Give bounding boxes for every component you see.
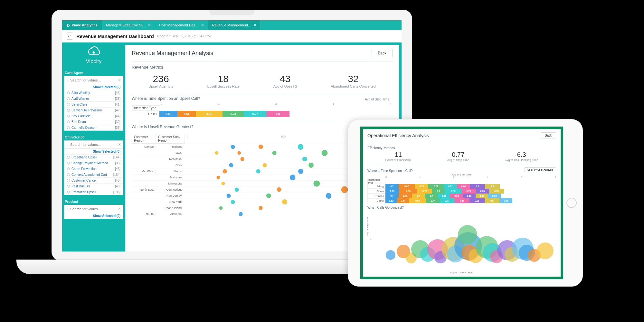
undo-button[interactable]: ↶ [66, 33, 73, 40]
bar-segment[interactable]: 0.68 [450, 194, 463, 198]
facet-item[interactable]: Benvenuto Trevisano[42] [64, 107, 123, 113]
close-icon[interactable]: ✕ [148, 23, 151, 27]
bar-segment[interactable]: 0.7 [432, 189, 445, 194]
bubble-dot[interactable] [302, 157, 307, 161]
facet-item[interactable]: Broadband Upsell[144] [64, 154, 123, 160]
facet-item[interactable]: Alita Westley[46] [64, 90, 123, 96]
bubble-dot[interactable] [341, 186, 348, 193]
bubble-dot[interactable] [219, 206, 223, 210]
bubble-dot[interactable] [282, 199, 287, 204]
clear-icon[interactable]: ✕ [118, 78, 121, 82]
bar-segment[interactable]: 0.81 [454, 198, 469, 203]
bar-segment[interactable]: 0.87 [399, 184, 415, 189]
facet-item[interactable]: Change Payment Method[33] [64, 160, 123, 166]
facet-item[interactable]: Convert Abandoned Cart[184] [64, 172, 123, 177]
close-icon[interactable]: ✕ [201, 23, 204, 27]
bubble-dot[interactable] [308, 163, 314, 168]
bar-segment[interactable]: 0.82 [428, 184, 444, 189]
tablet-home-button[interactable] [566, 198, 577, 208]
bar-segment[interactable]: 0.68 [457, 184, 470, 189]
bubble-dot[interactable] [240, 157, 244, 161]
bubble-dot[interactable] [266, 194, 271, 198]
click-by-click-button[interactable]: Click-by-Click Analysis [525, 167, 556, 172]
bubble-dot[interactable] [256, 169, 260, 174]
bar-segment[interactable]: 0.67 [476, 194, 488, 198]
bar-segment[interactable]: 0.68 [488, 194, 501, 198]
bar-segment[interactable]: 0.73 [415, 184, 428, 189]
bar-segment[interactable]: 0.68 [463, 194, 476, 198]
bubble-dot[interactable] [215, 151, 219, 155]
bubble-dot[interactable] [231, 145, 235, 149]
bar-segment[interactable]: 0.8 [485, 184, 500, 189]
facet-item[interactable]: Bob Dean[39] [64, 119, 123, 125]
bubble-dot[interactable] [326, 193, 332, 199]
facet-item[interactable]: Customer Cancel[40] [64, 177, 123, 183]
app-brand[interactable]: ◐ Wave Analytics [62, 20, 102, 30]
bubble-dot[interactable] [223, 169, 227, 174]
bubble-dot[interactable] [237, 151, 241, 155]
bubble-dot[interactable] [290, 175, 296, 180]
bubble-dot[interactable] [227, 194, 231, 198]
tab-cost[interactable]: Cost Management Das... ✕ [155, 20, 208, 30]
bar-segment[interactable]: 0.64 [177, 111, 196, 117]
facet-item[interactable]: Carmella Deacon[35] [64, 125, 123, 130]
bar-segment[interactable]: 0.74 [426, 198, 440, 203]
bubble-dot[interactable] [258, 145, 263, 149]
show-selected-link[interactable]: Show Selected (0) [64, 84, 123, 90]
bar-segment[interactable]: 0.98 [399, 189, 417, 194]
bar-segment[interactable]: 0.64 [397, 198, 409, 203]
bar-segment[interactable]: 0.89 [445, 189, 462, 194]
bar-segment[interactable]: 0.68 [499, 198, 512, 203]
clear-icon[interactable]: ✕ [118, 207, 121, 211]
bar-segment[interactable]: 0.73 [385, 189, 399, 194]
bar-segment[interactable]: 0.75 [462, 189, 476, 194]
bubble-dot[interactable] [458, 225, 477, 244]
close-icon[interactable]: ✕ [253, 23, 257, 27]
bar-segment[interactable]: 0.62 [159, 111, 177, 117]
bubble-dot[interactable] [386, 250, 395, 260]
bar-segment[interactable]: 0.74 [223, 111, 244, 117]
bar-segment[interactable]: 0.8 [470, 184, 485, 189]
bubble-dot[interactable] [259, 206, 263, 210]
search-input[interactable] [70, 207, 118, 211]
bar-segment[interactable]: 0.7 [425, 194, 438, 198]
bubble-dot[interactable] [221, 182, 225, 185]
bar-segment[interactable]: 0.78 [417, 189, 432, 194]
search-input[interactable] [70, 143, 118, 147]
bubble-dot[interactable] [314, 180, 320, 186]
bar-segment[interactable]: 0.8 [485, 198, 499, 203]
bar-segment[interactable]: 0.7 [385, 184, 399, 189]
back-button[interactable]: Back [372, 49, 393, 57]
bar-segment[interactable]: 0.71 [399, 194, 412, 198]
bar-segment[interactable]: 0.77 [440, 198, 454, 203]
tab-revenue[interactable]: Revenue Management... ✕ [208, 20, 261, 30]
bubble-dot[interactable] [298, 144, 304, 150]
bubble-dot[interactable] [217, 175, 220, 179]
bubble-dot[interactable] [272, 151, 276, 155]
facet-item[interactable]: Promotion Upsell[196] [64, 189, 123, 195]
bubble-dot[interactable] [537, 242, 554, 259]
clear-icon[interactable]: ✕ [118, 142, 121, 147]
bubble-dot[interactable] [298, 169, 303, 174]
bubble-dot[interactable] [263, 163, 267, 167]
bar-segment[interactable]: 0.77 [244, 111, 266, 117]
bar-segment[interactable]: 0.66 [438, 194, 450, 198]
show-selected-link[interactable]: Show Selected (0) [64, 213, 123, 219]
bubble-dot[interactable] [229, 163, 233, 167]
bar-segment[interactable]: 0.92 [409, 198, 426, 203]
bar-segment[interactable]: 0.72 [444, 184, 457, 189]
bar-segment[interactable]: 0.81 [469, 198, 485, 203]
bar-segment[interactable]: 0.7 [385, 194, 399, 198]
bar-segment[interactable]: 0.73 [476, 189, 489, 194]
bar-segment[interactable]: 0.92 [196, 111, 223, 117]
facet-item[interactable]: Avril Warner[35] [64, 96, 123, 101]
bar-segment[interactable]: 0.62 [385, 198, 397, 203]
bubble-dot[interactable] [231, 200, 235, 204]
bubble-dot[interactable] [235, 188, 239, 192]
show-selected-link[interactable]: Show Selected (0) [64, 149, 123, 154]
bar-segment[interactable]: 0.8 [266, 111, 289, 117]
tab-managers[interactable]: Managers Executive Su.. ✕ [102, 20, 155, 30]
search-input[interactable] [70, 78, 118, 82]
facet-item[interactable]: Churn Prevention[46] [64, 166, 123, 172]
bubble-dot[interactable] [322, 150, 328, 156]
